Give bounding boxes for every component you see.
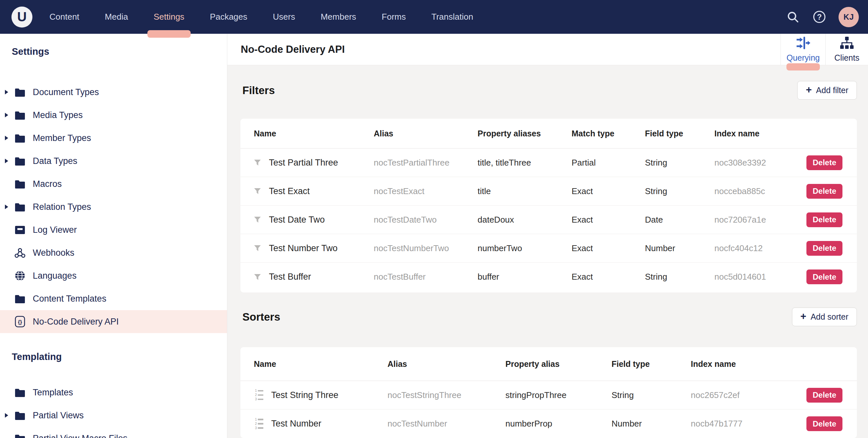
add-filter-button[interactable]: +Add filter: [797, 81, 857, 100]
delete-button[interactable]: Delete: [806, 269, 842, 284]
top-nav: U Content Media Settings Packages Users …: [0, 0, 868, 34]
umbraco-backoffice: U Content Media Settings Packages Users …: [0, 0, 868, 438]
sidebar-item-languages[interactable]: Languages: [0, 264, 227, 287]
umbraco-logo[interactable]: U: [11, 6, 32, 28]
sidebar-item-partial-views[interactable]: Partial Views: [0, 404, 227, 427]
sidebar-item-relation-types[interactable]: Relation Types: [0, 195, 227, 218]
sorters-table: Name Alias Property alias Field type Ind…: [241, 347, 857, 438]
sidebar-item-label: Partial View Macro Files: [33, 433, 127, 438]
active-nav-indicator: [147, 30, 191, 38]
filter-alias: nocTestBuffer: [374, 272, 477, 282]
filter-name: Test Exact: [269, 186, 310, 196]
sorter-property-alias: numberProp: [505, 419, 612, 429]
filter-name: Test Partial Three: [269, 158, 338, 168]
numbered-list-icon: 123: [254, 389, 264, 401]
sidebar-item-label: Content Templates: [33, 294, 106, 304]
nav-item-content[interactable]: Content: [50, 0, 79, 34]
templating-tree: Templates Partial Views Partial View Mac…: [0, 381, 227, 438]
delete-button[interactable]: Delete: [806, 388, 842, 403]
sidebar-item-templates[interactable]: Templates: [0, 381, 227, 404]
tab-querying[interactable]: Querying: [780, 34, 826, 65]
sidebar-item-media-types[interactable]: Media Types: [0, 104, 227, 126]
workspace-tabs: Querying Clients: [780, 34, 868, 65]
filter-property-aliases: title: [477, 186, 571, 196]
querying-workspace: Filters +Add filter Name Alias Property …: [227, 65, 868, 438]
sidebar-item-macros[interactable]: Macros: [0, 172, 227, 195]
delete-button[interactable]: Delete: [806, 241, 842, 256]
filters-table-header: Name Alias Property aliases Match type F…: [241, 119, 857, 148]
sidebar-item-label: Templates: [33, 387, 73, 398]
sidebar-item-label: Member Types: [33, 133, 91, 143]
nav-label: Content: [50, 12, 79, 22]
folder-icon: [14, 156, 27, 166]
column-header: Name: [254, 359, 388, 369]
filter-funnel-icon: [254, 188, 261, 195]
search-icon[interactable]: [786, 10, 800, 24]
sidebar-item-label: Macros: [33, 179, 62, 189]
sidebar-item-document-types[interactable]: Document Types: [0, 81, 227, 104]
delete-button[interactable]: Delete: [806, 184, 842, 199]
sidebar-item-data-types[interactable]: Data Types: [0, 149, 227, 172]
filter-name: Test Buffer: [269, 272, 311, 282]
table-row: Test Exact nocTestExact title Exact Stri…: [241, 177, 857, 206]
filter-index-name: noc308e3392: [714, 158, 803, 168]
filters-title: Filters: [242, 84, 275, 97]
filter-name: Test Number Two: [269, 243, 338, 254]
delete-button[interactable]: Delete: [806, 155, 842, 170]
sorter-name: Test Number: [271, 419, 321, 429]
sidebar-item-no-code-delivery-api[interactable]: {} No-Code Delivery API: [0, 310, 227, 333]
filter-property-aliases: numberTwo: [477, 243, 571, 254]
sorters-title: Sorters: [242, 311, 280, 323]
caret-right-icon[interactable]: [5, 89, 14, 95]
sidebar-item-label: Webhooks: [33, 248, 74, 258]
caret-right-icon[interactable]: [5, 204, 14, 209]
querying-icon: [796, 36, 811, 50]
sorters-section-head: Sorters +Add sorter: [241, 308, 857, 326]
sidebar-item-log-viewer[interactable]: Log Viewer: [0, 218, 227, 241]
filter-property-aliases: buffer: [477, 272, 571, 282]
sidebar-item-label: Document Types: [33, 87, 99, 97]
nav-item-media[interactable]: Media: [105, 0, 128, 34]
sidebar-item-label: Relation Types: [33, 202, 91, 212]
caret-right-icon[interactable]: [5, 158, 14, 164]
sidebar-item-webhooks[interactable]: Webhooks: [0, 241, 227, 264]
user-avatar[interactable]: KJ: [839, 7, 859, 27]
caret-right-icon[interactable]: [5, 413, 14, 418]
nav-label: Members: [321, 12, 356, 22]
caret-right-icon[interactable]: [5, 113, 14, 118]
sorter-field-type: String: [612, 390, 691, 400]
add-sorter-button[interactable]: +Add sorter: [792, 308, 857, 326]
delete-button[interactable]: Delete: [806, 212, 842, 227]
sidebar-item-partial-view-macro-files[interactable]: Partial View Macro Files: [0, 427, 227, 438]
sidebar-section-title: Templating: [12, 351, 227, 362]
plus-icon: +: [801, 311, 806, 322]
filter-alias: nocTestPartialThree: [374, 158, 477, 168]
column-header: Index name: [691, 359, 802, 369]
filter-property-aliases: title, titleThree: [477, 158, 571, 168]
sorter-property-alias: stringPropThree: [505, 390, 612, 400]
sidebar-item-label: No-Code Delivery API: [33, 317, 119, 327]
sidebar-item-member-types[interactable]: Member Types: [0, 126, 227, 149]
delete-button[interactable]: Delete: [806, 416, 842, 431]
sidebar-item-label: Partial Views: [33, 410, 84, 420]
nav-label: Users: [273, 12, 295, 22]
sorter-alias: nocTestNumber: [388, 419, 505, 429]
sorter-index-name: noc2657c2ef: [691, 390, 802, 400]
filter-field-type: String: [645, 186, 714, 196]
section-nav: Content Media Settings Packages Users Me…: [50, 0, 473, 34]
nav-item-packages[interactable]: Packages: [210, 0, 247, 34]
sorter-name: Test String Three: [271, 390, 338, 400]
folder-icon: [14, 410, 27, 420]
nav-item-settings[interactable]: Settings: [154, 0, 184, 34]
help-icon[interactable]: ?: [813, 10, 826, 24]
nav-item-users[interactable]: Users: [273, 0, 295, 34]
column-header: Index name: [714, 129, 803, 138]
caret-right-icon[interactable]: [5, 136, 14, 141]
nav-label: Translation: [431, 12, 473, 22]
nav-item-forms[interactable]: Forms: [381, 0, 406, 34]
sidebar-item-content-templates[interactable]: Content Templates: [0, 287, 227, 310]
nav-item-members[interactable]: Members: [321, 0, 356, 34]
filter-index-name: noc5d014601: [714, 272, 803, 282]
tab-clients[interactable]: Clients: [826, 34, 868, 65]
nav-item-translation[interactable]: Translation: [431, 0, 473, 34]
